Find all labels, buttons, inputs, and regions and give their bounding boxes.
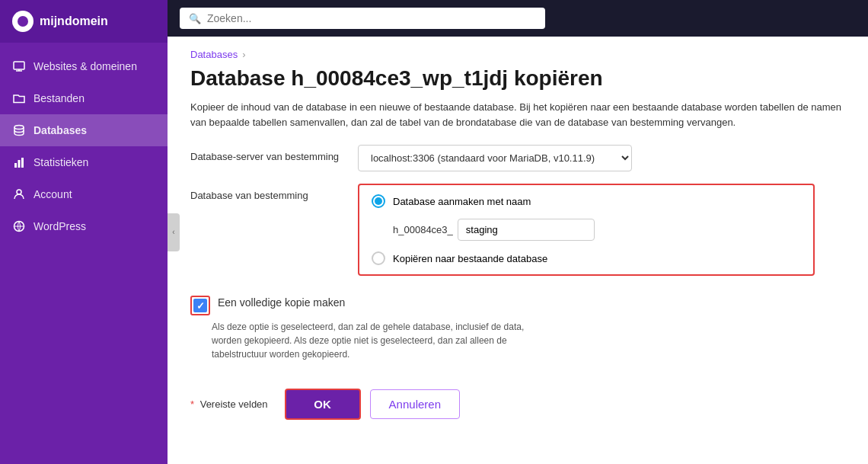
db-name-input[interactable] bbox=[458, 219, 595, 241]
monitor-icon bbox=[12, 59, 26, 73]
destination-control: Database aanmaken met naam h_00084ce3_ K… bbox=[358, 184, 815, 276]
checkbox-label: Een volledige kopie maken bbox=[218, 296, 345, 309]
logo-icon bbox=[12, 11, 34, 32]
required-text: * Vereiste velden bbox=[190, 398, 268, 410]
sidebar: mijndomein Websites & domeinen Bestanden… bbox=[0, 0, 168, 464]
page-title: Database h_00084ce3_wp_t1jdj kopiëren bbox=[190, 66, 845, 91]
radio-new-icon bbox=[372, 194, 385, 208]
logo-text: mijndomein bbox=[40, 14, 108, 28]
sidebar-item-websites-label: Websites & domeinen bbox=[34, 60, 137, 72]
main-content: 🔍 Databases › Database h_00084ce3_wp_t1j… bbox=[168, 0, 868, 464]
checkbox-section: Een volledige kopie maken Als deze optie… bbox=[190, 296, 845, 361]
breadcrumb-separator: › bbox=[242, 49, 245, 60]
folder-icon bbox=[12, 91, 26, 105]
sidebar-item-websites[interactable]: Websites & domeinen bbox=[0, 50, 168, 82]
footer-row: * Vereiste velden OK Annuleren bbox=[190, 389, 845, 420]
chart-icon bbox=[12, 155, 26, 169]
sidebar-item-bestanden-label: Bestanden bbox=[34, 92, 85, 104]
radio-new-database[interactable]: Database aanmaken met naam bbox=[372, 194, 801, 208]
server-dropdown[interactable]: localhost:3306 (standaard voor MariaDB, … bbox=[358, 145, 632, 171]
required-label: Vereiste velden bbox=[200, 398, 268, 410]
destination-row: Database van bestemming Database aanmake… bbox=[190, 184, 845, 276]
radio-new-label: Database aanmaken met naam bbox=[393, 196, 531, 207]
sidebar-collapse-button[interactable]: ‹ bbox=[168, 213, 180, 251]
form-section: Database-server van bestemming localhost… bbox=[190, 145, 845, 420]
svg-rect-6 bbox=[21, 158, 24, 168]
svg-rect-5 bbox=[18, 160, 21, 168]
topbar: 🔍 bbox=[168, 0, 868, 37]
radio-existing-database[interactable]: Kopiëren naar bestaande database bbox=[372, 251, 801, 265]
checkbox-description: Als deze optie is geselecteerd, dan zal … bbox=[212, 320, 554, 361]
radio-existing-icon bbox=[372, 251, 385, 265]
svg-rect-0 bbox=[14, 62, 24, 69]
sidebar-item-wordpress[interactable]: WordPress bbox=[0, 210, 168, 242]
sidebar-item-wordpress-label: WordPress bbox=[34, 220, 86, 232]
radio-existing-label: Kopiëren naar bestaande database bbox=[393, 253, 547, 264]
search-input[interactable] bbox=[207, 12, 536, 24]
sidebar-logo[interactable]: mijndomein bbox=[0, 0, 168, 43]
content-area: Databases › Database h_00084ce3_wp_t1jdj… bbox=[168, 37, 868, 464]
wordpress-icon bbox=[12, 219, 26, 233]
checkbox-wrapper bbox=[190, 296, 210, 315]
ok-button[interactable]: OK bbox=[285, 389, 361, 420]
search-icon: 🔍 bbox=[189, 13, 201, 24]
svg-point-7 bbox=[17, 190, 21, 194]
svg-point-3 bbox=[14, 126, 24, 130]
radio-group: Database aanmaken met naam h_00084ce3_ K… bbox=[358, 184, 815, 276]
full-copy-checkbox[interactable] bbox=[193, 299, 207, 312]
cancel-button[interactable]: Annuleren bbox=[370, 389, 460, 419]
server-control: localhost:3306 (standaard voor MariaDB, … bbox=[358, 145, 815, 171]
search-box[interactable]: 🔍 bbox=[180, 8, 545, 29]
sidebar-item-statistieken[interactable]: Statistieken bbox=[0, 146, 168, 178]
svg-rect-4 bbox=[14, 163, 17, 168]
db-name-row: h_00084ce3_ bbox=[393, 219, 801, 241]
server-label: Database-server van bestemming bbox=[190, 145, 343, 162]
page-description: Kopieer de inhoud van de database in een… bbox=[190, 100, 845, 130]
sidebar-nav: Websites & domeinen Bestanden Databases … bbox=[0, 50, 168, 464]
destination-label: Database van bestemming bbox=[190, 184, 343, 201]
checkbox-row: Een volledige kopie maken bbox=[190, 296, 845, 315]
sidebar-item-databases[interactable]: Databases bbox=[0, 114, 168, 146]
breadcrumb-parent[interactable]: Databases bbox=[190, 49, 238, 60]
sidebar-item-account-label: Account bbox=[34, 188, 72, 200]
person-icon bbox=[12, 187, 26, 201]
required-star: * bbox=[190, 398, 194, 410]
sidebar-item-statistieken-label: Statistieken bbox=[34, 156, 88, 168]
breadcrumb: Databases › bbox=[190, 49, 845, 60]
sidebar-item-bestanden[interactable]: Bestanden bbox=[0, 82, 168, 114]
chevron-left-icon: ‹ bbox=[172, 228, 174, 236]
sidebar-item-account[interactable]: Account bbox=[0, 178, 168, 210]
db-prefix: h_00084ce3_ bbox=[393, 224, 453, 235]
database-icon bbox=[12, 123, 26, 137]
sidebar-item-databases-label: Databases bbox=[34, 124, 87, 136]
server-row: Database-server van bestemming localhost… bbox=[190, 145, 845, 171]
